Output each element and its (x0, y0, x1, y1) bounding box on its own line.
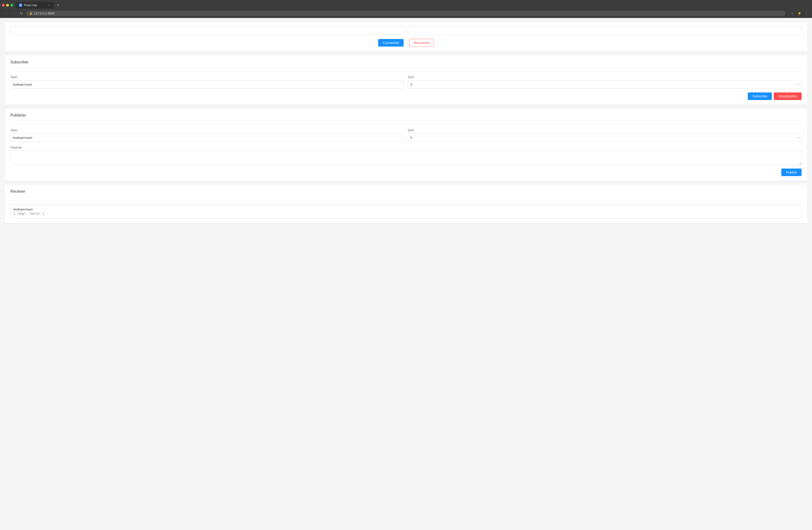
reload-button[interactable]: ↻ (18, 10, 25, 16)
menu-icon[interactable]: ⋮ (803, 10, 809, 16)
publisher-topic-label: Topic (10, 128, 404, 132)
subscriber-title: Subscriber (10, 60, 802, 67)
subscriber-topic-group: Topic (10, 75, 404, 89)
subscribe-button[interactable]: Subscribe (748, 93, 772, 100)
nav-buttons: ← → ↻ (3, 10, 25, 16)
subscriber-divider (10, 71, 802, 71)
minimize-button[interactable] (6, 4, 9, 6)
subscriber-topic-input[interactable] (10, 80, 404, 89)
receiver-message: testtopic/react { "msg": "hello" } (10, 205, 802, 219)
traffic-lights (2, 4, 13, 6)
tab-bar: R React App × + (0, 0, 812, 9)
publisher-qos-group: QoS 0 1 2 ▾ (408, 128, 802, 142)
new-tab-button[interactable]: + (55, 2, 61, 9)
publish-button[interactable]: Publish (781, 169, 802, 176)
subscriber-qos-group: QoS 0 1 2 ▾ (408, 75, 802, 89)
receiver-message-payload: { "msg": "hello" } (13, 212, 799, 215)
tab-favicon: R (19, 3, 22, 7)
publisher-qos-label: QoS (408, 128, 802, 132)
publisher-qos-select[interactable]: 0 1 2 (408, 133, 802, 142)
publisher-qos-wrapper: 0 1 2 ▾ (408, 133, 802, 142)
close-button[interactable] (2, 4, 5, 6)
url-bar[interactable]: 🔒 127.0.0.1:3000 (27, 11, 785, 16)
lock-icon: 🔒 (29, 12, 33, 15)
connected-button[interactable]: Connected (378, 39, 404, 46)
bookmark-icon[interactable]: ☆ (789, 10, 795, 16)
tab-close-button[interactable]: × (47, 3, 51, 7)
subscriber-topic-label: Topic (10, 75, 404, 79)
publisher-topic-input[interactable] (10, 133, 404, 142)
forward-button[interactable]: → (10, 10, 17, 16)
publisher-divider (10, 124, 802, 125)
extensions-icon[interactable]: ⚡ (796, 10, 802, 16)
publisher-card: Publisher Topic QoS 0 1 2 ▾ Payload (5, 109, 807, 181)
unsubscribe-button[interactable]: Unsubscribe (774, 93, 802, 100)
connection-card: Connected Disconnect (5, 23, 807, 52)
subscriber-qos-wrapper: 0 1 2 ▾ (408, 80, 802, 89)
maximize-button[interactable] (10, 4, 13, 6)
receiver-card: Receiver testtopic/react { "msg": "hello… (5, 185, 807, 223)
subscriber-form-row: Topic QoS 0 1 2 ▾ (10, 75, 802, 89)
publisher-payload-label: Payload (10, 145, 802, 149)
connection-divider (406, 39, 407, 46)
publisher-topic-group: Topic (10, 128, 404, 142)
connection-inputs-row (10, 27, 802, 35)
tab-title: React App (24, 3, 37, 7)
publisher-payload-group: Payload (10, 145, 802, 165)
toolbar-icons: ☆ ⚡ ⋮ (789, 10, 809, 16)
subscriber-card: Subscriber Topic QoS 0 1 2 ▾ Subscr (5, 55, 807, 105)
subscriber-qos-label: QoS (408, 75, 802, 79)
active-tab[interactable]: R React App × (16, 2, 54, 9)
host-input[interactable] (10, 27, 404, 35)
page-content: Connected Disconnect Subscriber Topic Qo… (0, 18, 812, 530)
publisher-payload-input[interactable] (10, 151, 802, 165)
publisher-actions: Publish (10, 169, 802, 176)
subscriber-qos-select[interactable]: 0 1 2 (408, 80, 802, 89)
url-text: 127.0.0.1:3000 (34, 12, 55, 15)
receiver-divider (10, 200, 802, 201)
receiver-title: Receiver (10, 189, 802, 197)
publisher-form-row: Topic QoS 0 1 2 ▾ (10, 128, 802, 142)
port-input[interactable] (408, 27, 802, 35)
disconnect-button[interactable]: Disconnect (409, 39, 434, 47)
subscriber-actions: Subscribe Unsubscribe (10, 93, 802, 100)
browser-chrome: R React App × + ← → ↻ 🔒 127.0.0.1:3000 ☆… (0, 0, 812, 18)
address-bar: ← → ↻ 🔒 127.0.0.1:3000 ☆ ⚡ ⋮ (0, 9, 812, 18)
back-button[interactable]: ← (3, 10, 10, 16)
connection-actions: Connected Disconnect (10, 39, 802, 47)
receiver-message-topic: testtopic/react (13, 208, 799, 211)
publisher-title: Publisher (10, 113, 802, 121)
